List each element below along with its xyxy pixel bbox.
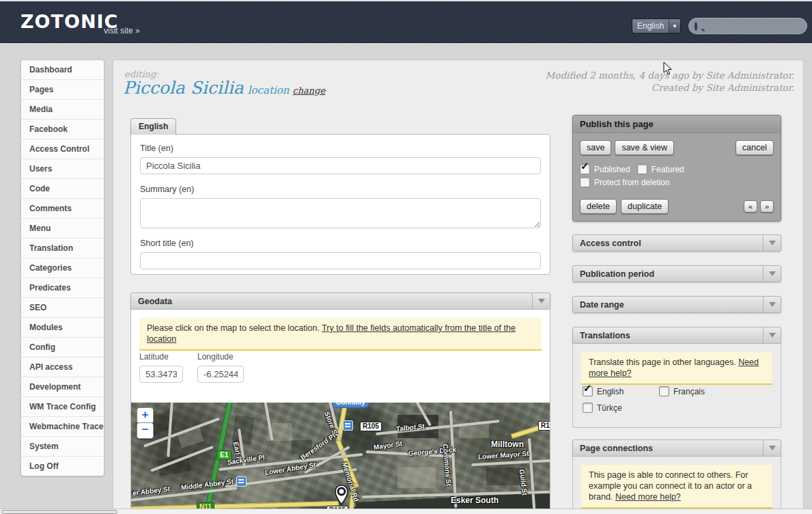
sidebar-item-seo[interactable]: SEO xyxy=(21,298,104,318)
connections-help-link[interactable]: Need more help? xyxy=(615,492,681,502)
geodata-notice-text: Please click on the map to select the lo… xyxy=(147,323,322,333)
latitude-field[interactable] xyxy=(139,366,183,383)
publish-widget-header: Publish this page xyxy=(573,116,781,133)
map-street-label: Mayor St xyxy=(373,439,402,451)
sidebar-item-webmachine-trace[interactable]: Webmachine Trace xyxy=(21,417,104,437)
chevron-down-icon xyxy=(538,299,545,303)
sidebar-item-development[interactable]: Development xyxy=(21,377,104,397)
geodata-widget: Geodata Please click on the map to selec… xyxy=(130,293,550,514)
short-title-field[interactable] xyxy=(140,252,541,269)
horizontal-scrollbar-thumb[interactable] xyxy=(1,510,117,514)
checkbox-label: English xyxy=(597,387,624,396)
checkbox-box[interactable] xyxy=(659,386,669,396)
translation-languages: EnglishFrançaisTürkçe xyxy=(583,386,712,413)
map-badge-e1: E1 xyxy=(216,450,232,460)
checkbox-fran-ais[interactable]: Français xyxy=(659,386,705,396)
search-icon xyxy=(695,22,697,31)
checkbox-box[interactable] xyxy=(580,164,590,174)
checkbox-box[interactable] xyxy=(637,164,647,174)
checkbox-box[interactable] xyxy=(580,177,590,187)
delete-button[interactable]: delete xyxy=(580,199,617,214)
geodata-notice: Please click on the map to select the lo… xyxy=(139,318,542,351)
save-and-view-button[interactable]: save & view xyxy=(615,140,674,155)
date-range-widget-header[interactable]: Date range xyxy=(572,296,781,313)
translations-widget-header[interactable]: Translations xyxy=(572,327,781,344)
longitude-field[interactable] xyxy=(197,366,244,383)
sidebar-item-code[interactable]: Code xyxy=(21,179,104,199)
map-badge-r101: R101 xyxy=(538,421,550,431)
collapse-toggle[interactable] xyxy=(763,235,781,251)
sidebar-item-dashboard[interactable]: Dashboard xyxy=(21,60,104,80)
duplicate-button[interactable]: duplicate xyxy=(621,199,669,214)
collapse-toggle[interactable] xyxy=(763,297,781,312)
sidebar-item-pages[interactable]: Pages xyxy=(21,80,104,100)
sidebar-item-media[interactable]: Media xyxy=(21,100,104,120)
summary-field-label: Summary (en) xyxy=(140,185,541,194)
checkbox-t-rk-e[interactable]: Türkçe xyxy=(583,403,652,413)
topbar-search[interactable] xyxy=(688,18,807,34)
sidebar-item-users[interactable]: Users xyxy=(21,159,104,179)
sidebar-item-predicates[interactable]: Predicates xyxy=(21,278,104,298)
collapse-toggle[interactable] xyxy=(763,440,781,456)
sidebar-item-modules[interactable]: Modules xyxy=(21,318,104,338)
map-zoom-out-button[interactable]: − xyxy=(137,422,154,439)
summary-field[interactable] xyxy=(140,198,541,228)
created-line: Created by Site Administrator. xyxy=(545,81,794,94)
page-connections-widget-header[interactable]: Page connections xyxy=(572,439,781,457)
publish-checkboxes: PublishedFeaturedProtect from deletion xyxy=(580,164,774,190)
checkbox-label: Published xyxy=(594,165,630,174)
page-category: location xyxy=(248,84,290,96)
save-button[interactable]: save xyxy=(580,140,611,155)
map-zoom-in-button[interactable]: + xyxy=(137,407,154,424)
visit-site-link[interactable]: visit site » xyxy=(104,26,140,36)
sidebar-item-system[interactable]: System xyxy=(21,437,104,457)
title-field[interactable] xyxy=(140,157,541,174)
next-page-button[interactable]: » xyxy=(760,200,774,213)
collapse-toggle[interactable] xyxy=(763,266,781,282)
page-connections-notice: This page is able to connect to others. … xyxy=(581,465,772,509)
access-control-widget-header[interactable]: Access control xyxy=(572,234,781,252)
zotonic-admin-page: { "topbar": { "logo": "ZOTONIC", "visit_… xyxy=(0,0,812,514)
page-title: Piccola Sicilia xyxy=(123,78,244,98)
cancel-button[interactable]: cancel xyxy=(736,140,774,155)
translations-notice: Translate this page in other languages. … xyxy=(581,352,772,385)
checkbox-box[interactable] xyxy=(583,403,593,413)
sidebar-item-menu[interactable]: Menu xyxy=(21,219,104,239)
map-street-label: Lower Mayor St xyxy=(478,450,529,461)
tab-english[interactable]: English xyxy=(130,118,176,135)
topbar-language-select[interactable]: English ▼ xyxy=(632,18,681,33)
right-column: Publish this page save save & view cance… xyxy=(572,115,781,514)
checkbox-featured[interactable]: Featured xyxy=(637,164,684,174)
change-category-link[interactable]: change xyxy=(292,85,325,96)
publication-period-label: Publication period xyxy=(573,269,763,279)
sidebar-item-comments[interactable]: Comments xyxy=(21,199,104,219)
sidebar-item-wm-trace-config[interactable]: WM Trace Config xyxy=(21,397,104,417)
publication-period-widget-header[interactable]: Publication period xyxy=(572,265,781,282)
checkbox-protect-from-deletion[interactable]: Protect from deletion xyxy=(580,177,670,187)
map-location-pin[interactable] xyxy=(335,485,348,508)
geodata-header[interactable]: Geodata xyxy=(130,293,550,310)
chevron-down-icon xyxy=(769,271,776,276)
checkbox-english[interactable]: English xyxy=(583,386,652,396)
map-canvas[interactable]: + − Talbot StStore StEarl PlSackville Pl… xyxy=(131,403,550,514)
sidebar-item-log-off[interactable]: Log Off xyxy=(21,457,104,476)
geodata-body: Please click on the map to select the lo… xyxy=(130,310,550,514)
translations-notice-text: Translate this page in other languages. xyxy=(589,357,738,367)
sidebar-item-categories[interactable]: Categories xyxy=(21,258,104,278)
checkbox-label: Français xyxy=(673,387,705,396)
sidebar-item-access-control[interactable]: Access Control xyxy=(21,139,104,159)
previous-page-button[interactable]: « xyxy=(744,200,757,213)
sidebar-item-facebook[interactable]: Facebook xyxy=(21,120,104,139)
horizontal-scrollbar[interactable] xyxy=(0,509,812,514)
page-connections-label: Page connections xyxy=(573,444,763,453)
page-title-row: Piccola Sicilialocationchange xyxy=(123,78,325,98)
checkbox-box[interactable] xyxy=(583,386,593,396)
search-input[interactable] xyxy=(697,20,812,32)
sidebar-item-translation[interactable]: Translation xyxy=(21,239,104,258)
map-street-label: Esker South xyxy=(451,496,499,505)
collapse-toggle[interactable] xyxy=(532,293,550,309)
collapse-toggle[interactable] xyxy=(763,327,781,343)
sidebar-item-config[interactable]: Config xyxy=(21,338,104,357)
sidebar-item-api-access[interactable]: API access xyxy=(21,357,104,377)
checkbox-published[interactable]: Published xyxy=(580,164,630,174)
